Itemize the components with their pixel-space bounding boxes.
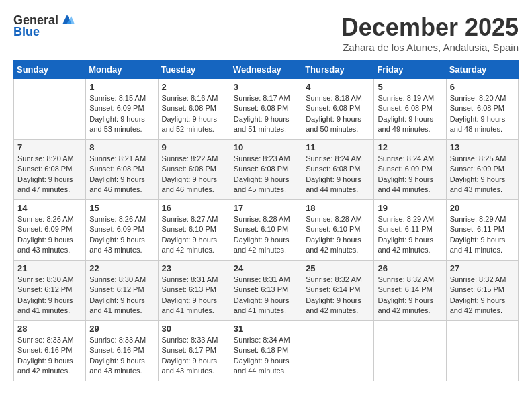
day-info: Sunrise: 8:20 AM Sunset: 6:08 PM Dayligh…: [17, 154, 82, 195]
day-number: 9: [162, 142, 226, 152]
day-info: Sunrise: 8:32 AM Sunset: 6:14 PM Dayligh…: [306, 275, 370, 316]
calendar-cell: 20Sunrise: 8:29 AM Sunset: 6:11 PM Dayli…: [446, 200, 518, 261]
month-title: December 2025: [341, 13, 519, 42]
day-number: 19: [378, 203, 442, 213]
day-info: Sunrise: 8:32 AM Sunset: 6:15 PM Dayligh…: [450, 275, 515, 316]
day-info: Sunrise: 8:25 AM Sunset: 6:09 PM Dayligh…: [450, 154, 515, 195]
day-number: 21: [17, 263, 82, 273]
calendar-cell: 31Sunrise: 8:34 AM Sunset: 6:18 PM Dayli…: [230, 321, 302, 381]
day-number: 4: [306, 82, 370, 92]
calendar-cell: 10Sunrise: 8:23 AM Sunset: 6:08 PM Dayli…: [230, 140, 302, 200]
day-info: Sunrise: 8:29 AM Sunset: 6:11 PM Dayligh…: [378, 214, 442, 256]
logo-blue-text: Blue: [13, 25, 40, 39]
calendar-week-row: 28Sunrise: 8:33 AM Sunset: 6:16 PM Dayli…: [14, 321, 519, 381]
weekday-header: Thursday: [302, 60, 374, 79]
day-number: 28: [17, 324, 82, 334]
calendar-cell: 23Sunrise: 8:31 AM Sunset: 6:13 PM Dayli…: [158, 261, 230, 321]
calendar-header-row: SundayMondayTuesdayWednesdayThursdayFrid…: [14, 60, 519, 79]
day-info: Sunrise: 8:22 AM Sunset: 6:08 PM Dayligh…: [162, 154, 226, 195]
day-number: 16: [162, 203, 226, 213]
weekday-header: Wednesday: [230, 60, 302, 79]
logo: General Blue: [13, 13, 75, 39]
day-number: 7: [17, 142, 82, 152]
day-info: Sunrise: 8:28 AM Sunset: 6:10 PM Dayligh…: [306, 214, 370, 256]
calendar-cell: 7Sunrise: 8:20 AM Sunset: 6:08 PM Daylig…: [14, 140, 86, 200]
calendar-week-row: 14Sunrise: 8:26 AM Sunset: 6:09 PM Dayli…: [14, 200, 519, 261]
calendar-cell: 8Sunrise: 8:21 AM Sunset: 6:08 PM Daylig…: [86, 140, 158, 200]
calendar-cell: [446, 321, 518, 381]
calendar-cell: 19Sunrise: 8:29 AM Sunset: 6:11 PM Dayli…: [374, 200, 446, 261]
day-info: Sunrise: 8:33 AM Sunset: 6:16 PM Dayligh…: [89, 335, 154, 377]
calendar-cell: 30Sunrise: 8:33 AM Sunset: 6:17 PM Dayli…: [158, 321, 230, 381]
calendar-cell: 14Sunrise: 8:26 AM Sunset: 6:09 PM Dayli…: [14, 200, 86, 261]
day-number: 11: [306, 142, 370, 152]
day-number: 14: [17, 203, 82, 213]
day-number: 25: [306, 263, 370, 273]
day-info: Sunrise: 8:23 AM Sunset: 6:08 PM Dayligh…: [234, 154, 298, 195]
calendar-cell: 13Sunrise: 8:25 AM Sunset: 6:09 PM Dayli…: [446, 140, 518, 200]
calendar-table: SundayMondayTuesdayWednesdayThursdayFrid…: [13, 60, 519, 381]
calendar-cell: [302, 321, 374, 381]
weekday-header: Monday: [86, 60, 158, 79]
calendar-week-row: 7Sunrise: 8:20 AM Sunset: 6:08 PM Daylig…: [14, 140, 519, 200]
day-number: 27: [450, 263, 515, 273]
day-number: 1: [89, 82, 154, 92]
day-info: Sunrise: 8:24 AM Sunset: 6:09 PM Dayligh…: [378, 154, 442, 195]
day-number: 17: [234, 203, 298, 213]
day-info: Sunrise: 8:18 AM Sunset: 6:08 PM Dayligh…: [306, 93, 370, 135]
day-number: 6: [450, 82, 515, 92]
calendar-cell: 17Sunrise: 8:28 AM Sunset: 6:10 PM Dayli…: [230, 200, 302, 261]
day-number: 8: [89, 142, 154, 152]
day-number: 29: [89, 324, 154, 334]
calendar-cell: 27Sunrise: 8:32 AM Sunset: 6:15 PM Dayli…: [446, 261, 518, 321]
day-info: Sunrise: 8:16 AM Sunset: 6:08 PM Dayligh…: [162, 93, 226, 135]
calendar-week-row: 1Sunrise: 8:15 AM Sunset: 6:09 PM Daylig…: [14, 79, 519, 140]
calendar-cell: 18Sunrise: 8:28 AM Sunset: 6:10 PM Dayli…: [302, 200, 374, 261]
day-number: 2: [162, 82, 226, 92]
calendar-cell: 16Sunrise: 8:27 AM Sunset: 6:10 PM Dayli…: [158, 200, 230, 261]
calendar-week-row: 21Sunrise: 8:30 AM Sunset: 6:12 PM Dayli…: [14, 261, 519, 321]
location-subtitle: Zahara de los Atunes, Andalusia, Spain: [341, 42, 519, 53]
calendar-cell: 28Sunrise: 8:33 AM Sunset: 6:16 PM Dayli…: [14, 321, 86, 381]
weekday-header: Friday: [374, 60, 446, 79]
day-number: 13: [450, 142, 515, 152]
day-info: Sunrise: 8:26 AM Sunset: 6:09 PM Dayligh…: [89, 214, 154, 256]
calendar-cell: 26Sunrise: 8:32 AM Sunset: 6:14 PM Dayli…: [374, 261, 446, 321]
day-number: 15: [89, 203, 154, 213]
day-info: Sunrise: 8:31 AM Sunset: 6:13 PM Dayligh…: [162, 275, 226, 316]
day-number: 12: [378, 142, 442, 152]
calendar-cell: 3Sunrise: 8:17 AM Sunset: 6:08 PM Daylig…: [230, 79, 302, 140]
day-info: Sunrise: 8:19 AM Sunset: 6:08 PM Dayligh…: [378, 93, 442, 135]
calendar-cell: 15Sunrise: 8:26 AM Sunset: 6:09 PM Dayli…: [86, 200, 158, 261]
logo-icon: [60, 12, 75, 27]
day-number: 23: [162, 263, 226, 273]
calendar-cell: 6Sunrise: 8:20 AM Sunset: 6:08 PM Daylig…: [446, 79, 518, 140]
calendar-cell: 9Sunrise: 8:22 AM Sunset: 6:08 PM Daylig…: [158, 140, 230, 200]
day-info: Sunrise: 8:28 AM Sunset: 6:10 PM Dayligh…: [234, 214, 298, 256]
day-info: Sunrise: 8:20 AM Sunset: 6:08 PM Dayligh…: [450, 93, 515, 135]
day-info: Sunrise: 8:33 AM Sunset: 6:16 PM Dayligh…: [17, 335, 82, 377]
day-info: Sunrise: 8:32 AM Sunset: 6:14 PM Dayligh…: [378, 275, 442, 316]
calendar-cell: 12Sunrise: 8:24 AM Sunset: 6:09 PM Dayli…: [374, 140, 446, 200]
day-info: Sunrise: 8:29 AM Sunset: 6:11 PM Dayligh…: [450, 214, 515, 256]
calendar-cell: 29Sunrise: 8:33 AM Sunset: 6:16 PM Dayli…: [86, 321, 158, 381]
day-number: 10: [234, 142, 298, 152]
weekday-header: Saturday: [446, 60, 518, 79]
day-number: 26: [378, 263, 442, 273]
day-info: Sunrise: 8:30 AM Sunset: 6:12 PM Dayligh…: [89, 275, 154, 316]
day-number: 31: [234, 324, 298, 334]
calendar-cell: [374, 321, 446, 381]
day-info: Sunrise: 8:27 AM Sunset: 6:10 PM Dayligh…: [162, 214, 226, 256]
title-block: December 2025 Zahara de los Atunes, Anda…: [341, 13, 519, 53]
day-info: Sunrise: 8:21 AM Sunset: 6:08 PM Dayligh…: [89, 154, 154, 195]
weekday-header: Tuesday: [158, 60, 230, 79]
calendar-cell: 4Sunrise: 8:18 AM Sunset: 6:08 PM Daylig…: [302, 79, 374, 140]
calendar-cell: 11Sunrise: 8:24 AM Sunset: 6:08 PM Dayli…: [302, 140, 374, 200]
page-header: General Blue December 2025 Zahara de los…: [13, 13, 519, 53]
day-number: 22: [89, 263, 154, 273]
calendar-cell: 5Sunrise: 8:19 AM Sunset: 6:08 PM Daylig…: [374, 79, 446, 140]
calendar-cell: 21Sunrise: 8:30 AM Sunset: 6:12 PM Dayli…: [14, 261, 86, 321]
day-info: Sunrise: 8:30 AM Sunset: 6:12 PM Dayligh…: [17, 275, 82, 316]
calendar-cell: 24Sunrise: 8:31 AM Sunset: 6:13 PM Dayli…: [230, 261, 302, 321]
day-number: 5: [378, 82, 442, 92]
